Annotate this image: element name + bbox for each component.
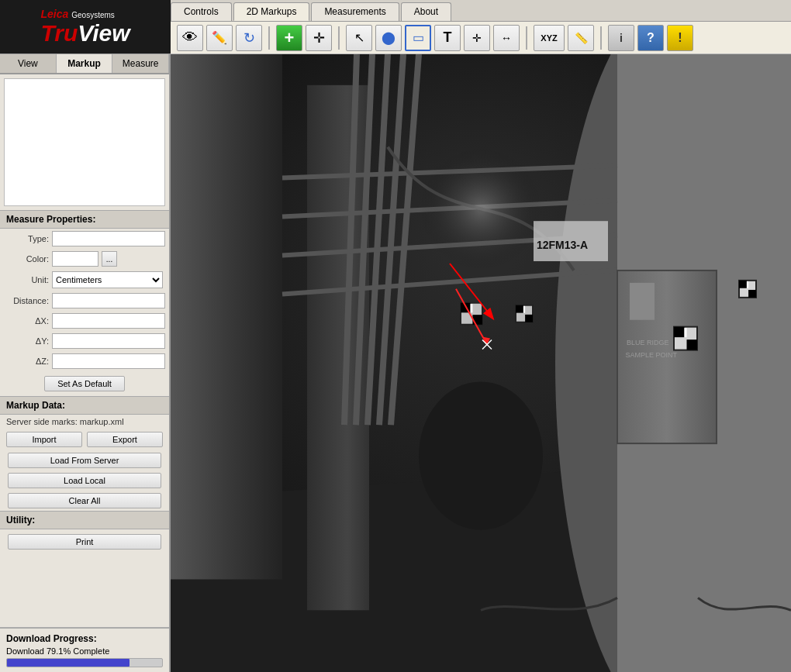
dy-row: ΔY: xyxy=(0,331,169,351)
load-local-button[interactable]: Load Local xyxy=(8,473,161,488)
scene-canvas[interactable] xyxy=(171,54,791,672)
type-label: Type: xyxy=(6,234,49,243)
tab-2d-markups[interactable]: 2D Markups xyxy=(233,2,310,21)
dy-label: ΔY: xyxy=(6,336,49,346)
xyz-button[interactable]: XYZ xyxy=(534,25,565,51)
clear-all-button[interactable]: Clear All xyxy=(8,493,161,508)
crosshair-tool[interactable]: ✛ xyxy=(464,25,490,51)
ruler-button[interactable]: 📏 xyxy=(568,25,594,51)
pointer-tool[interactable]: ↖ xyxy=(346,25,372,51)
load-from-server-button[interactable]: Load From Server xyxy=(8,453,161,468)
logo-geo: Geosystems xyxy=(71,11,115,19)
logo-tru: Tru xyxy=(40,20,78,47)
type-input[interactable] xyxy=(52,231,165,246)
tab-controls[interactable]: Controls xyxy=(171,2,232,21)
toolbar-tabs: Controls 2D Markups Measurements About xyxy=(171,0,791,22)
panel-tab-measure[interactable]: Measure xyxy=(112,54,169,73)
panel-tab-markup[interactable]: Markup xyxy=(57,54,113,73)
separator-3 xyxy=(526,26,527,50)
separator-2 xyxy=(338,26,340,50)
color-row: Color: ... xyxy=(0,249,169,269)
progress-bar-outer xyxy=(6,658,163,667)
refresh-button[interactable]: ↻ xyxy=(236,25,262,51)
panel-tab-view[interactable]: View xyxy=(0,54,57,73)
dz-row: ΔZ: xyxy=(0,351,169,371)
add-button[interactable]: + xyxy=(276,25,302,51)
import-export-row: Import Export xyxy=(6,432,163,447)
unit-label: Unit: xyxy=(6,275,49,284)
unit-select[interactable]: Centimeters Millimeters Meters Inches Fe… xyxy=(52,271,163,288)
import-button[interactable]: Import xyxy=(6,432,82,447)
type-row: Type: xyxy=(0,229,169,249)
download-text: Download 79.1% Complete xyxy=(6,646,163,656)
arrow-tool[interactable]: ↔ xyxy=(493,25,520,51)
toolbar-buttons: 👁 ✏️ ↻ + ✛ ↖ ⬤ ▭ T ✛ ↔ XYZ 📏 i ? ! xyxy=(171,22,791,54)
progress-bar-inner xyxy=(7,659,130,667)
dx-input[interactable] xyxy=(52,313,165,329)
print-button[interactable]: Print xyxy=(8,534,161,550)
color-label: Color: xyxy=(6,254,49,264)
info-button[interactable]: i xyxy=(608,25,634,51)
distance-row: Distance: xyxy=(0,291,169,311)
separator-1 xyxy=(268,26,270,50)
eye-button[interactable]: 👁 xyxy=(177,25,203,51)
measure-properties-header: Measure Properties: xyxy=(0,210,169,229)
download-section: Download Progress: Download 79.1% Comple… xyxy=(0,627,169,672)
server-marks-text: Server side marks: markup.xml xyxy=(0,415,169,429)
ellipse-tool[interactable]: ⬤ xyxy=(375,25,402,51)
dy-input[interactable] xyxy=(52,333,165,349)
rectangle-tool[interactable]: ▭ xyxy=(405,25,431,51)
set-default-button[interactable]: Set As Default xyxy=(44,376,125,391)
distance-input[interactable] xyxy=(52,293,165,308)
preview-area xyxy=(4,78,165,206)
logo: Leica Geosystems Tru View xyxy=(0,0,171,53)
markup-data-header: Markup Data: xyxy=(0,396,169,415)
dx-label: ΔX: xyxy=(6,316,49,326)
main-view[interactable] xyxy=(171,54,791,672)
warning-button[interactable]: ! xyxy=(667,25,693,51)
export-button[interactable]: Export xyxy=(87,432,163,447)
tab-measurements[interactable]: Measurements xyxy=(311,2,399,21)
separator-4 xyxy=(600,26,602,50)
color-picker-button[interactable]: ... xyxy=(102,251,117,267)
left-panel: View Markup Measure Measure Properties: … xyxy=(0,54,171,672)
unit-row: Unit: Centimeters Millimeters Meters Inc… xyxy=(0,269,169,291)
help-button[interactable]: ? xyxy=(637,25,664,51)
move-button[interactable]: ✛ xyxy=(306,25,332,51)
dx-row: ΔX: xyxy=(0,311,169,331)
distance-label: Distance: xyxy=(6,296,49,305)
color-input[interactable] xyxy=(52,251,98,267)
spacer xyxy=(0,554,169,627)
dz-label: ΔZ: xyxy=(6,357,49,366)
logo-leica: Leica xyxy=(40,8,68,20)
text-tool[interactable]: T xyxy=(434,25,461,51)
logo-view: View xyxy=(78,20,130,47)
utility-header: Utility: xyxy=(0,511,169,529)
tab-about[interactable]: About xyxy=(401,2,451,21)
panel-tabs: View Markup Measure xyxy=(0,54,169,74)
dz-input[interactable] xyxy=(52,353,165,369)
pencil-button[interactable]: ✏️ xyxy=(206,25,233,51)
download-header: Download Progress: xyxy=(6,633,163,644)
